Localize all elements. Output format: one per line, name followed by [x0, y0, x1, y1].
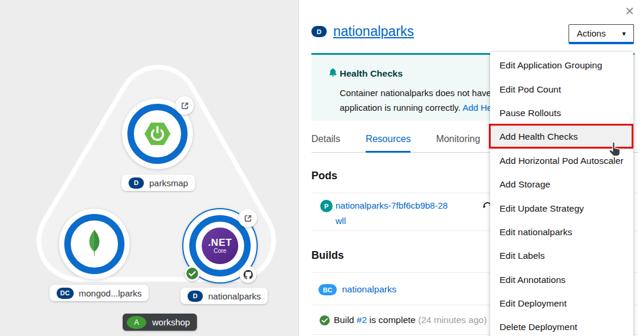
topology-screen: D parksmap DC mongod...lparks .NET — [0, 0, 644, 336]
open-url-decorator[interactable] — [238, 209, 257, 228]
success-check-icon — [319, 315, 330, 326]
build-config-badge: BC — [318, 284, 337, 295]
build-config-link[interactable]: nationalparks — [342, 284, 396, 295]
build-status-prefix: Build — [334, 315, 357, 325]
github-icon — [243, 269, 254, 280]
alert-desc-line1: Container nationalparks does not have h — [340, 88, 498, 98]
node-label-nationalparks[interactable]: D nationalparks — [180, 288, 268, 304]
close-panel-button[interactable]: ✕ — [625, 4, 635, 18]
node-label-parksmap[interactable]: D parksmap — [121, 174, 195, 191]
spring-boot-icon — [143, 120, 172, 148]
actions-dropdown-button[interactable]: Actions ▾ — [569, 24, 634, 44]
node-name: mongod...lparks — [79, 288, 142, 298]
tab-details[interactable]: Details — [311, 129, 340, 152]
menu-item-edit-nationalparks[interactable]: Edit nationalparks — [490, 220, 633, 244]
alert-desc-line2: application is running correctly. — [340, 103, 462, 113]
build-status-text: Build #2 is complete (24 minutes ago) — [334, 315, 487, 325]
build-status-suffix: is complete — [367, 315, 418, 325]
node-ring — [64, 214, 124, 274]
pod-link[interactable]: nationalparks-7fbf6cb9b8-28wll — [336, 198, 449, 229]
build-timestamp: (24 minutes ago) — [418, 315, 487, 325]
menu-item-add-storage[interactable]: Add Storage — [490, 173, 633, 196]
pod-badge: P — [320, 200, 333, 212]
topology-canvas[interactable]: D parksmap DC mongod...lparks .NET — [0, 0, 299, 336]
success-check-icon — [186, 267, 199, 280]
tab-monitoring[interactable]: Monitoring — [436, 129, 480, 152]
deployment-badge: D — [188, 291, 203, 302]
menu-item-edit-pod-count[interactable]: Edit Pod Count — [490, 77, 633, 101]
bell-icon — [327, 67, 339, 78]
menu-item-edit-update-strategy[interactable]: Edit Update Strategy — [490, 196, 633, 220]
open-url-decorator[interactable] — [175, 96, 194, 115]
build-number-link[interactable]: #2 — [357, 315, 367, 325]
source-code-decorator[interactable] — [239, 266, 257, 283]
external-link-icon — [244, 214, 252, 223]
resource-side-panel: ✕ D nationalparks Actions ▾ Health Check… — [298, 0, 644, 336]
alert-description: Container nationalparks does not have h … — [340, 85, 498, 115]
close-icon: ✕ — [625, 5, 635, 18]
menu-item-edit-deployment[interactable]: Edit Deployment — [490, 292, 633, 315]
tab-resources[interactable]: Resources — [366, 129, 410, 153]
actions-dropdown-menu: Edit Application Grouping Edit Pod Count… — [490, 52, 633, 336]
pods-heading: Pods — [311, 170, 337, 182]
application-badge: A — [127, 316, 146, 329]
actions-label: Actions — [577, 28, 606, 38]
node-mongodb[interactable] — [59, 209, 130, 279]
menu-item-edit-labels[interactable]: Edit Labels — [490, 244, 633, 268]
node-name: parksmap — [149, 178, 188, 188]
node-name: nationalparks — [208, 291, 261, 301]
deployment-badge: D — [311, 26, 327, 37]
menu-item-pause-rollouts[interactable]: Pause Rollouts — [490, 101, 633, 125]
node-label-mongodb[interactable]: DC mongod...lparks — [50, 285, 149, 301]
mongodb-icon — [81, 229, 108, 259]
deployment-badge: D — [129, 177, 144, 189]
menu-item-delete-deployment[interactable]: Delete Deployment — [490, 315, 633, 336]
application-name: workshop — [152, 317, 190, 327]
dotnet-core-icon: .NET Core — [202, 228, 238, 264]
node-parksmap[interactable] — [122, 98, 193, 169]
build-success-decorator[interactable] — [185, 266, 200, 281]
external-link-icon — [180, 101, 189, 110]
builds-heading: Builds — [311, 249, 344, 262]
caret-down-icon: ▾ — [622, 29, 626, 38]
menu-item-edit-application-grouping[interactable]: Edit Application Grouping — [490, 54, 633, 77]
application-group-label[interactable]: A workshop — [123, 314, 197, 331]
alert-title: Health Checks — [340, 68, 403, 79]
deployment-config-badge: DC — [57, 288, 74, 299]
node-nationalparks[interactable]: .NET Core — [182, 208, 258, 284]
menu-item-edit-annotations[interactable]: Edit Annotations — [490, 268, 633, 292]
panel-header: D nationalparks — [311, 24, 414, 39]
resource-title-link[interactable]: nationalparks — [333, 24, 414, 39]
cursor-hand-icon — [607, 141, 624, 157]
